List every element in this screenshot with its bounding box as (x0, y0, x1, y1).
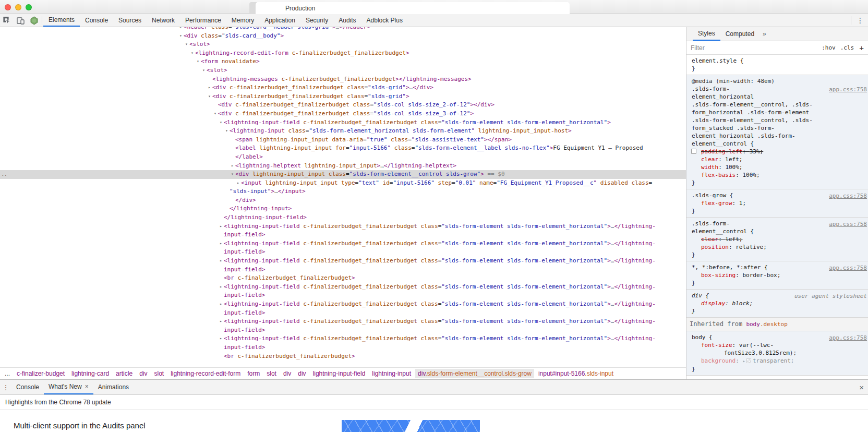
tree-node[interactable]: ▾<div class="slds-card__body"> (0, 32, 686, 41)
new-style-rule-button[interactable]: + (859, 44, 864, 52)
property-checkbox[interactable] (691, 149, 696, 154)
tree-node[interactable]: input-field> (0, 248, 686, 257)
tree-node[interactable]: ▸<lightning-input-field c-finalizerbudge… (0, 317, 686, 326)
tree-node[interactable]: <br c-finalizerbudget_finalizerbudget> (0, 352, 686, 361)
css-declaration[interactable]: width: 100%; (692, 163, 866, 171)
more-tabs-icon[interactable]: » (760, 27, 769, 41)
close-window-button[interactable] (5, 4, 11, 10)
css-declaration[interactable]: flex-basis: 100%; (692, 171, 866, 179)
breadcrumb-item[interactable]: lightning-input-field (310, 369, 368, 378)
breadcrumb-item[interactable]: lightning-input (369, 369, 414, 378)
minimize-window-button[interactable] (15, 4, 21, 10)
expand-arrow-closed-icon[interactable]: ▸ (218, 222, 224, 231)
tree-node[interactable]: ▸<lightning-input-field c-finalizerbudge… (0, 334, 686, 343)
expand-arrow-open-icon[interactable]: ▾ (212, 110, 218, 118)
expand-arrow-open-icon[interactable]: ▾ (178, 32, 184, 41)
sidebar-tab-styles[interactable]: Styles (693, 27, 720, 41)
expand-arrow-closed-icon[interactable]: ▸ (178, 27, 184, 32)
tab-performance[interactable]: Performance (180, 14, 226, 27)
tab-network[interactable]: Network (147, 14, 180, 27)
stylesheet-link[interactable]: app.css:758 (829, 264, 867, 272)
tree-node[interactable]: input-field> (0, 291, 686, 300)
toggle-class-button[interactable]: .cls (840, 44, 854, 51)
stylesheet-link[interactable]: app.css:758 (829, 334, 867, 342)
drawer-tab-what-s-new[interactable]: What's New× (44, 380, 93, 394)
stylesheet-link[interactable]: app.css:758 (829, 192, 867, 200)
tree-node[interactable]: ▸<lightning-input-field c-finalizerbudge… (0, 283, 686, 292)
tree-node[interactable]: </lightning-input-field> (0, 213, 686, 222)
tree-node[interactable]: ▸<input lightning-input_input type="text… (0, 179, 686, 188)
tree-node[interactable]: </label> (0, 153, 686, 162)
tree-node[interactable]: ▾<form novalidate> (0, 57, 686, 66)
close-drawer-button[interactable]: × (859, 380, 864, 394)
tree-node[interactable]: ▾<slot> (0, 40, 686, 49)
tree-node[interactable]: </div> (0, 196, 686, 205)
expand-arrow-open-icon[interactable]: ▾ (230, 170, 235, 179)
style-rule[interactable]: user agent stylesheetdiv {display: block… (686, 290, 868, 318)
tree-node[interactable]: ▸<div c-finalizerbudget_finalizerbudget … (0, 83, 686, 92)
expand-arrow-closed-icon[interactable]: ▸ (218, 300, 224, 309)
expand-arrow-closed-icon[interactable]: ▸ (218, 283, 224, 292)
tab-memory[interactable]: Memory (226, 14, 259, 27)
breadcrumb-item[interactable]: div (281, 369, 294, 378)
drawer-tab-animations[interactable]: Animations (93, 380, 134, 394)
stylesheet-link[interactable]: app.css:758 (829, 86, 867, 93)
style-rule[interactable]: app.css:758*, *:before, *:after {box-siz… (686, 261, 868, 290)
expand-arrow-open-icon[interactable]: ▾ (224, 127, 230, 136)
whatsnew-promo-image[interactable] (342, 420, 480, 432)
styles-rules-list[interactable]: element.style {}app.css:758@media (min-w… (686, 55, 868, 379)
tree-node[interactable]: input-field> (0, 266, 686, 274)
whatsnew-article-title[interactable]: Multi-client support in the Audits panel (14, 421, 146, 430)
zoom-window-button[interactable] (26, 4, 32, 10)
browser-tab[interactable]: Production (256, 2, 570, 14)
expand-arrow-closed-icon[interactable]: ▸ (218, 317, 224, 326)
styles-filter-input[interactable] (690, 44, 817, 52)
tree-node[interactable]: ▾<div c-finalizerbudget_finalizerbudget … (0, 92, 686, 101)
tab-audits[interactable]: Audits (333, 14, 361, 27)
dom-tree[interactable]: ▸<header class="slds-card__header slds-g… (0, 27, 686, 367)
tree-node[interactable]: input-field> (0, 326, 686, 335)
tree-node[interactable]: <lightning-messages c-finalizerbudget_fi… (0, 75, 686, 84)
tree-node[interactable]: ▸<header class="slds-card__header slds-g… (0, 27, 686, 32)
extension-button[interactable] (27, 14, 41, 27)
tree-node[interactable]: <span lightning-input_input data-aria="t… (0, 136, 686, 145)
breadcrumb-item[interactable]: slot (264, 369, 279, 378)
tree-node[interactable]: ▸<lightning-input-field c-finalizerbudge… (0, 257, 686, 266)
stylesheet-link[interactable]: user agent stylesheet (794, 292, 867, 300)
breadcrumb-item[interactable]: lightning-record-edit-form (168, 369, 243, 378)
tab-adblock-plus[interactable]: Adblock Plus (361, 14, 408, 27)
css-declaration[interactable]: clear: left; (692, 235, 866, 243)
tree-node[interactable]: ▸<lightning-input-field c-finalizerbudge… (0, 222, 686, 231)
tree-node[interactable]: ▸<lightning-input-field c-finalizerbudge… (0, 239, 686, 248)
drawer-tab-console[interactable]: Console (11, 380, 44, 394)
style-rule[interactable]: app.css:758body {font-size: var(--lwc-fo… (686, 331, 868, 376)
tree-node[interactable]: ▾<lightning-record-edit-form c-finalizer… (0, 49, 686, 58)
inspect-element-button[interactable] (0, 14, 14, 27)
expand-arrow-closed-icon[interactable]: ▸ (207, 83, 212, 92)
expand-arrow-open-icon[interactable]: ▾ (218, 118, 224, 127)
breadcrumb-item[interactable]: div (295, 369, 308, 378)
drawer-menu-button[interactable]: ⋮ (0, 380, 11, 394)
expand-arrow-open-icon[interactable]: ▾ (207, 92, 212, 101)
breadcrumb-item[interactable]: ... (2, 369, 13, 378)
tree-node[interactable]: <div c-finalizerbudget_finalizerbudget c… (0, 101, 686, 110)
stylesheet-link[interactable]: app.css:758 (829, 220, 867, 228)
breadcrumb-item[interactable]: article (113, 369, 135, 378)
breadcrumb-item[interactable]: lightning-card (69, 369, 112, 378)
css-declaration[interactable]: padding-left: 33%; (692, 148, 866, 155)
css-declaration[interactable]: background: ▸transparent; (692, 357, 866, 365)
expand-arrow-open-icon[interactable]: ▾ (201, 66, 207, 75)
css-declaration[interactable]: display: block; (692, 299, 866, 307)
breadcrumb-item[interactable]: slot (151, 369, 166, 378)
tree-node[interactable]: input-field> (0, 343, 686, 352)
breadcrumb-item[interactable]: c-finalizer-budget (14, 369, 67, 378)
css-declaration[interactable]: position: relative; (692, 243, 866, 251)
css-declaration[interactable]: box-sizing: border-box; (692, 271, 866, 279)
expand-arrow-open-icon[interactable]: ▾ (195, 57, 201, 66)
device-toolbar-button[interactable] (14, 14, 27, 27)
tab-security[interactable]: Security (300, 14, 333, 27)
expand-arrow-closed-icon[interactable]: ▸ (218, 257, 224, 266)
tab-elements[interactable]: Elements (43, 14, 80, 27)
tree-node[interactable]: ▾<slot> (0, 66, 686, 75)
expand-arrow-closed-icon[interactable]: ▸ (235, 179, 241, 188)
